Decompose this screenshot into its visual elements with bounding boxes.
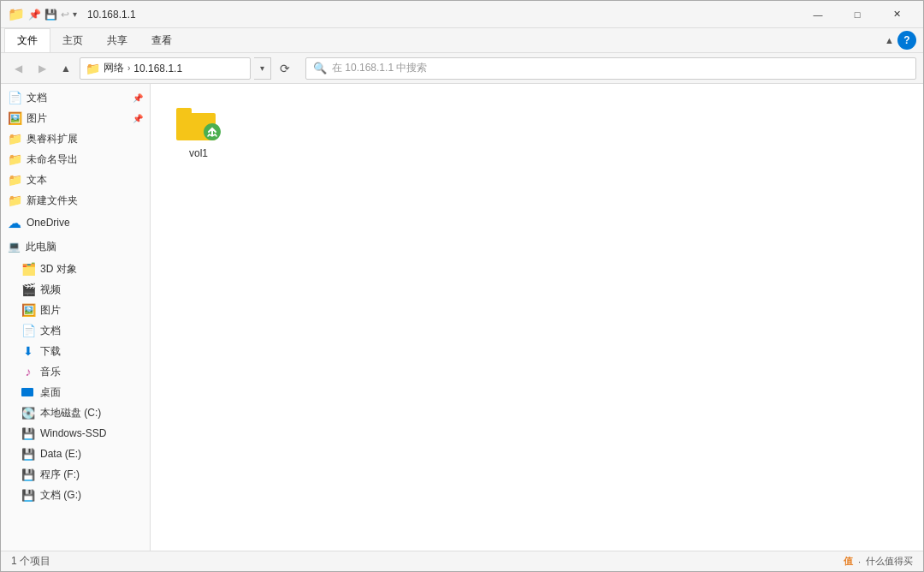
3d-icon: 🗂️ — [21, 262, 35, 276]
titlebar-icons: 📁 📌 💾 ↩ ▾ — [8, 6, 77, 22]
sidebar-item-music[interactable]: ♪ 音乐 — [1, 361, 150, 382]
path-part-network: 网络 — [104, 61, 124, 75]
sidebar-item-drive-g[interactable]: 💾 文档 (G:) — [1, 485, 150, 505]
sidebar-drive-c-label: 本地磁盘 (C:) — [40, 406, 101, 420]
ribbon: 文件 主页 共享 查看 ▲ ? — [1, 28, 923, 53]
address-path[interactable]: 📁 网络 › 10.168.1.1 — [80, 57, 251, 80]
explorer-window: 📁 📌 💾 ↩ ▾ 10.168.1.1 — □ ✕ 文件 主页 共享 查看 ▲… — [0, 0, 924, 572]
sidebar-desktop-label: 桌面 — [40, 385, 61, 400]
sidebar-docs-label: 文档 — [27, 91, 47, 105]
window-title: 10.168.1.1 — [84, 9, 798, 21]
sidebar-item-pics[interactable]: 🖼️ 图片 📌 — [1, 108, 150, 128]
sidebar-item-windows-ssd[interactable]: 💾 Windows-SSD — [1, 423, 150, 444]
tab-home[interactable]: 主页 — [50, 28, 95, 52]
up-button[interactable]: ▲ — [56, 58, 76, 79]
windows-ssd-icon: 💾 — [21, 426, 35, 440]
folder-item-vol1[interactable]: vol1 — [164, 98, 233, 163]
chevron-up-icon[interactable]: ▲ — [885, 35, 894, 45]
sidebar-item-downloads[interactable]: ⬇ 下载 — [1, 341, 150, 361]
minimize-button[interactable]: — — [798, 1, 838, 28]
sidebar-unnamed-label: 未命名导出 — [27, 152, 78, 167]
downloads-icon: ⬇ — [21, 344, 35, 358]
folder-icon-small: 📁 — [86, 62, 100, 75]
sidebar-item-documents[interactable]: 📄 文档 — [1, 320, 150, 341]
pin-docs-icon: 📌 — [133, 93, 143, 103]
tab-file[interactable]: 文件 — [4, 28, 50, 52]
tab-view[interactable]: 查看 — [139, 28, 184, 52]
drive-g-icon: 💾 — [21, 488, 35, 502]
back-button[interactable]: ◀ — [8, 58, 28, 79]
pictures-icon: 🖼️ — [21, 303, 35, 317]
path-separator: › — [127, 63, 130, 73]
sidebar-music-label: 音乐 — [40, 365, 61, 379]
sidebar-new-folder-label: 新建文件夹 — [27, 194, 78, 208]
close-button[interactable]: ✕ — [877, 1, 916, 28]
sidebar-item-new-folder[interactable]: 📁 新建文件夹 — [1, 190, 150, 211]
sidebar-item-unnamed[interactable]: 📁 未命名导出 — [1, 149, 150, 170]
folder-unnamed-icon: 📁 — [8, 152, 21, 166]
main-area: 📄 文档 📌 🖼️ 图片 📌 📁 奥睿科扩展 📁 未命名导出 📁 文本 — [1, 84, 923, 551]
desktop-icon — [21, 388, 33, 396]
sidebar-drive-g-label: 文档 (G:) — [40, 488, 81, 503]
save-icon: 💾 — [44, 9, 57, 21]
help-button[interactable]: ? — [897, 31, 916, 50]
sidebar-pics-label: 图片 — [27, 111, 47, 126]
brand-right: 什么值得买 — [866, 555, 913, 568]
sidebar-windows-ssd-label: Windows-SSD — [40, 427, 106, 439]
app-icon: 📁 — [8, 6, 25, 22]
sidebar-item-drive-f[interactable]: 💾 程序 (F:) — [1, 464, 150, 485]
ribbon-right: ▲ ? — [885, 31, 920, 50]
statusbar-brand: 值 · 什么值得买 — [844, 555, 913, 568]
docs-icon: 📄 — [8, 91, 21, 104]
drive-f-icon: 💾 — [21, 468, 35, 481]
search-icon: 🔍 — [313, 62, 327, 74]
content-area: vol1 — [151, 84, 923, 551]
this-pc-icon: 💻 — [8, 241, 21, 253]
sidebar-item-desktop[interactable]: 桌面 — [1, 382, 150, 402]
addressbar: ◀ ▶ ▲ 📁 网络 › 10.168.1.1 ▾ ⟳ 🔍 在 10.168.1… — [1, 53, 923, 84]
sidebar-downloads-label: 下载 — [40, 344, 61, 359]
documents-icon: 📄 — [21, 324, 35, 337]
sidebar-pictures-label: 图片 — [40, 303, 61, 318]
sidebar-3d-label: 3D 对象 — [40, 262, 77, 277]
sidebar-item-video[interactable]: 🎬 视频 — [1, 279, 150, 300]
svg-rect-1 — [176, 108, 192, 116]
sidebar-item-pictures[interactable]: 🖼️ 图片 — [1, 300, 150, 320]
pin-pics-icon: 📌 — [133, 114, 143, 123]
forward-button[interactable]: ▶ — [32, 58, 52, 79]
sidebar-item-drive-c[interactable]: 💽 本地磁盘 (C:) — [1, 402, 150, 423]
sidebar-item-3d[interactable]: 🗂️ 3D 对象 — [1, 259, 150, 279]
tab-share[interactable]: 共享 — [95, 28, 139, 52]
statusbar: 1 个项目 值 · 什么值得买 — [1, 551, 923, 571]
undo-icon: ↩ — [61, 9, 69, 21]
music-icon: ♪ — [21, 365, 35, 378]
dropdown-icon[interactable]: ▾ — [73, 9, 77, 19]
sidebar-item-docs[interactable]: 📄 文档 📌 — [1, 87, 150, 108]
video-icon: 🎬 — [21, 283, 35, 296]
sidebar-onedrive[interactable]: ☁ OneDrive — [1, 211, 150, 235]
ribbon-tabs: 文件 主页 共享 查看 ▲ ? — [1, 28, 923, 52]
this-pc-label: 此电脑 — [26, 240, 56, 254]
address-dropdown-button[interactable]: ▾ — [254, 57, 271, 80]
pics-icon: 🖼️ — [8, 111, 21, 125]
folder-text-icon: 📁 — [8, 173, 21, 187]
sidebar-item-aokong[interactable]: 📁 奥睿科扩展 — [1, 128, 150, 149]
pin-icon: 📌 — [28, 9, 41, 21]
folder-aokong-icon: 📁 — [8, 132, 21, 146]
onedrive-label: OneDrive — [27, 217, 70, 229]
sidebar-this-pc[interactable]: 💻 此电脑 — [1, 235, 150, 259]
sidebar-documents-label: 文档 — [40, 324, 61, 338]
drive-c-icon: 💽 — [21, 406, 35, 420]
maximize-button[interactable]: □ — [838, 1, 877, 28]
brand-dot: · — [858, 557, 861, 567]
folder-new-icon: 📁 — [8, 194, 21, 207]
sidebar-aokong-label: 奥睿科扩展 — [27, 132, 78, 146]
sidebar-item-text[interactable]: 📁 文本 — [1, 170, 150, 190]
titlebar: 📁 📌 💾 ↩ ▾ 10.168.1.1 — □ ✕ — [1, 1, 923, 28]
refresh-button[interactable]: ⟳ — [275, 58, 295, 79]
search-box[interactable]: 🔍 在 10.168.1.1 中搜索 — [305, 57, 916, 80]
sidebar-item-drive-e[interactable]: 💾 Data (E:) — [1, 444, 150, 464]
sidebar-text-label: 文本 — [27, 173, 47, 188]
path-part-ip: 10.168.1.1 — [133, 63, 182, 74]
folder-vol1-label: vol1 — [189, 147, 208, 159]
